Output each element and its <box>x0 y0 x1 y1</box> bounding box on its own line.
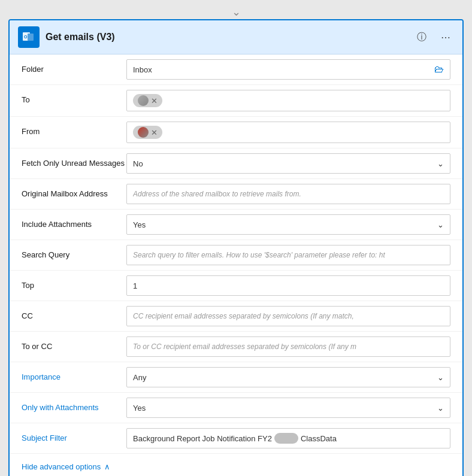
importance-label: Importance <box>22 367 126 383</box>
include-attachments-chevron: ⌄ <box>437 220 444 229</box>
subject-filter-content: Background Report Job Notification FY2 C… <box>133 433 337 444</box>
cc-placeholder: CC recipient email addresses separated b… <box>133 312 354 320</box>
to-control: ✕ <box>126 90 450 111</box>
original-mailbox-control: Address of the shared mailbox to retriev… <box>126 184 450 204</box>
to-label: To <box>22 90 126 105</box>
folder-value: Inbox <box>133 65 152 74</box>
to-remove-button[interactable]: ✕ <box>151 96 158 105</box>
to-or-cc-label: To or CC <box>22 336 126 352</box>
subject-filter-input[interactable]: Background Report Job Notification FY2 C… <box>126 428 450 448</box>
importance-field-row: Importance Any ⌄ <box>10 362 462 393</box>
from-field-row: From ✕ <box>10 117 462 148</box>
from-label: From <box>22 122 126 137</box>
folder-input[interactable]: Inbox 🗁 <box>126 59 450 80</box>
fetch-unread-control: No ⌄ <box>126 153 450 174</box>
card-header: O Get emails (V3) ⓘ ⋯ <box>10 20 462 54</box>
top-value: 1 <box>133 281 137 290</box>
svg-rect-1 <box>28 34 34 41</box>
from-input[interactable]: ✕ <box>126 122 450 143</box>
from-avatar <box>138 127 149 138</box>
cc-label: CC <box>22 306 126 322</box>
only-attachments-label: Only with Attachments <box>22 398 126 413</box>
to-tag-pill: ✕ <box>133 94 162 107</box>
from-tag-pill: ✕ <box>133 126 162 139</box>
include-attachments-control: Yes ⌄ <box>126 214 450 235</box>
top-connector-arrow: ⌄ <box>230 6 242 18</box>
info-icon: ⓘ <box>417 31 426 44</box>
cc-input[interactable]: CC recipient email addresses separated b… <box>126 306 450 326</box>
svg-text:O: O <box>24 35 28 39</box>
only-attachments-select[interactable]: Yes ⌄ <box>126 398 450 418</box>
to-or-cc-field-row: To or CC To or CC recipient email addres… <box>10 332 462 362</box>
to-field-row: To ✕ <box>10 85 462 117</box>
importance-value: Any <box>133 373 146 382</box>
to-or-cc-placeholder: To or CC recipient email addresses separ… <box>133 342 356 351</box>
folder-label: Folder <box>22 59 126 75</box>
search-query-placeholder: Search query to filter emails. How to us… <box>133 251 385 259</box>
fetch-unread-field-row: Fetch Only Unread Messages No ⌄ <box>10 148 462 179</box>
importance-control: Any ⌄ <box>126 367 450 387</box>
hide-advanced-button[interactable]: Hide advanced options ∧ <box>10 454 462 476</box>
flow-container: ⌄ O Get emails (V3) ⓘ ⋯ <box>0 0 472 476</box>
original-mailbox-input[interactable]: Address of the shared mailbox to retriev… <box>126 184 450 204</box>
card-title: Get emails (V3) <box>46 32 407 43</box>
subject-text-after: ClassData <box>301 434 337 443</box>
search-query-control: Search query to filter emails. How to us… <box>126 245 450 265</box>
include-attachments-value: Yes <box>133 220 146 229</box>
top-field-row: Top 1 <box>10 271 462 301</box>
folder-control: Inbox 🗁 <box>126 59 450 80</box>
search-query-field-row: Search Query Search query to filter emai… <box>10 240 462 271</box>
top-control: 1 <box>126 275 450 296</box>
more-options-button[interactable]: ⋯ <box>437 29 454 46</box>
chevron-up-icon: ∧ <box>104 462 110 471</box>
include-attachments-label: Include Attachments <box>22 214 126 230</box>
hide-advanced-label: Hide advanced options <box>22 462 101 471</box>
folder-field-row: Folder Inbox 🗁 <box>10 54 462 85</box>
include-attachments-field-row: Include Attachments Yes ⌄ <box>10 210 462 240</box>
fetch-unread-label: Fetch Only Unread Messages <box>22 153 126 169</box>
to-avatar <box>138 95 149 106</box>
include-attachments-select[interactable]: Yes ⌄ <box>126 214 450 235</box>
subject-filter-field-row: Subject Filter Background Report Job Not… <box>10 423 462 454</box>
only-attachments-chevron: ⌄ <box>437 404 444 413</box>
outlook-icon: O <box>18 26 40 48</box>
only-attachments-value: Yes <box>133 404 146 413</box>
from-remove-button[interactable]: ✕ <box>151 128 158 137</box>
ellipsis-icon: ⋯ <box>441 32 450 43</box>
subject-text-before: Background Report Job Notification FY2 <box>133 434 272 443</box>
subject-filter-control: Background Report Job Notification FY2 C… <box>126 428 450 448</box>
cc-field-row: CC CC recipient email addresses separate… <box>10 301 462 332</box>
importance-select[interactable]: Any ⌄ <box>126 367 450 387</box>
only-attachments-control: Yes ⌄ <box>126 398 450 418</box>
get-emails-card: O Get emails (V3) ⓘ ⋯ Folder Inbox <box>8 19 464 476</box>
top-input[interactable]: 1 <box>126 275 450 296</box>
header-icons: ⓘ ⋯ <box>413 29 454 46</box>
card-body: Folder Inbox 🗁 To ✕ <box>10 54 462 476</box>
fetch-unread-select[interactable]: No ⌄ <box>126 153 450 174</box>
fetch-unread-value: No <box>133 159 143 168</box>
subject-dynamic-blob <box>274 433 298 444</box>
search-query-input[interactable]: Search query to filter emails. How to us… <box>126 245 450 265</box>
subject-filter-label: Subject Filter <box>22 428 126 444</box>
to-or-cc-control: To or CC recipient email addresses separ… <box>126 336 450 357</box>
original-mailbox-placeholder: Address of the shared mailbox to retriev… <box>133 190 301 198</box>
importance-chevron: ⌄ <box>437 373 444 382</box>
only-attachments-field-row: Only with Attachments Yes ⌄ <box>10 393 462 423</box>
info-button[interactable]: ⓘ <box>413 29 430 46</box>
search-query-label: Search Query <box>22 245 126 260</box>
cc-control: CC recipient email addresses separated b… <box>126 306 450 326</box>
folder-icon: 🗁 <box>434 64 444 75</box>
top-label: Top <box>22 275 126 291</box>
fetch-unread-chevron: ⌄ <box>437 159 444 168</box>
to-or-cc-input[interactable]: To or CC recipient email addresses separ… <box>126 336 450 357</box>
original-mailbox-label: Original Mailbox Address <box>22 184 126 199</box>
from-control: ✕ <box>126 122 450 143</box>
to-input[interactable]: ✕ <box>126 90 450 111</box>
original-mailbox-field-row: Original Mailbox Address Address of the … <box>10 179 462 210</box>
